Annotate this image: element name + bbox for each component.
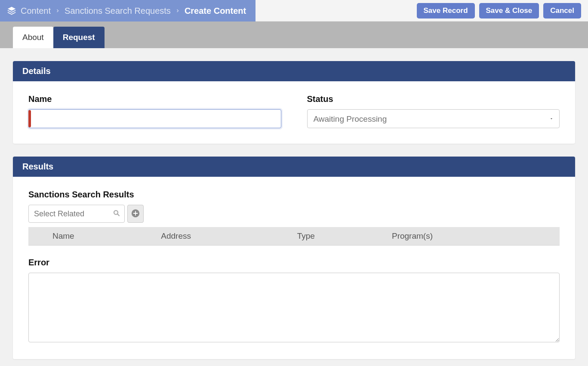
breadcrumb-content[interactable]: Content <box>21 6 51 16</box>
chevron-right-icon <box>175 8 180 13</box>
panel-results: Results Sanctions Search Results <box>13 157 575 359</box>
panel-header-results: Results <box>13 157 575 177</box>
tab-bar: About Request <box>0 22 588 48</box>
status-select[interactable]: Awaiting Processing <box>307 109 560 128</box>
page-content: Details Name Status Awaiting Processing <box>0 48 588 366</box>
breadcrumb: Content Sanctions Search Requests Create… <box>0 0 256 22</box>
label-name: Name <box>28 94 281 104</box>
plus-circle-icon <box>131 209 140 219</box>
results-table: Name Address Type Program(s) <box>28 227 560 246</box>
results-subtitle: Sanctions Search Results <box>28 190 560 200</box>
save-record-button[interactable]: Save Record <box>417 3 475 18</box>
error-textarea[interactable] <box>28 273 560 342</box>
top-bar: Content Sanctions Search Requests Create… <box>0 0 588 22</box>
layers-icon <box>7 6 16 15</box>
label-error: Error <box>28 258 560 268</box>
column-programs[interactable]: Program(s) <box>387 227 560 246</box>
column-handle <box>28 227 47 246</box>
label-status: Status <box>307 94 560 104</box>
cancel-button[interactable]: Cancel <box>543 3 581 18</box>
tab-request[interactable]: Request <box>53 27 105 48</box>
top-actions: Save Record Save & Close Cancel <box>417 0 588 21</box>
chevron-right-icon <box>55 8 60 13</box>
add-related-button[interactable] <box>127 205 144 223</box>
column-type[interactable]: Type <box>292 227 387 246</box>
select-related-input[interactable] <box>28 205 125 223</box>
breadcrumb-sanctions-requests[interactable]: Sanctions Search Requests <box>65 6 171 16</box>
name-input[interactable] <box>28 109 281 128</box>
panel-details: Details Name Status Awaiting Processing <box>13 61 575 144</box>
breadcrumb-current: Create Content <box>185 6 246 16</box>
panel-header-details: Details <box>13 61 575 81</box>
save-close-button[interactable]: Save & Close <box>479 3 539 18</box>
tab-about[interactable]: About <box>13 27 53 48</box>
column-address[interactable]: Address <box>156 227 292 246</box>
column-name[interactable]: Name <box>47 227 156 246</box>
